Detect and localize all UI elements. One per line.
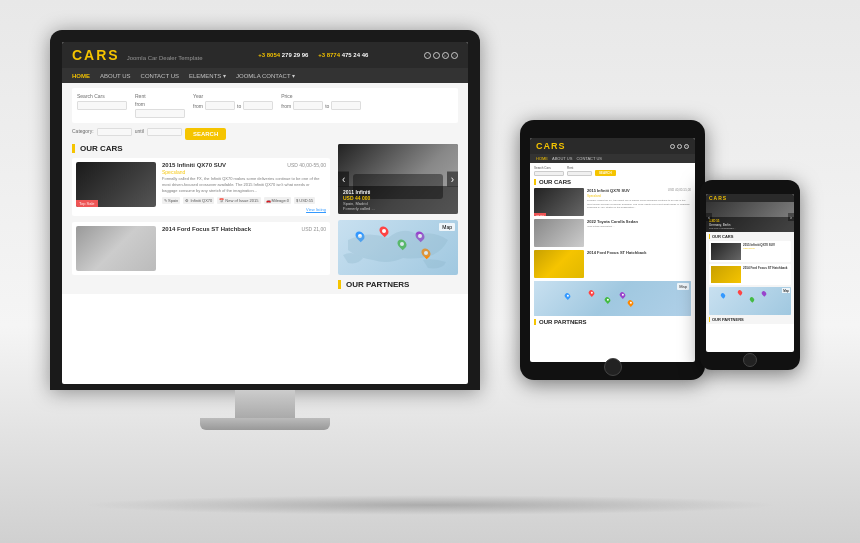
phone-pin-3 (749, 296, 755, 302)
car-details-1: 2015 Infiniti QX70 SUV USD 40,00-55,00 S… (162, 162, 326, 212)
slider-arrow-left[interactable]: ‹ (338, 172, 349, 187)
category-select[interactable] (97, 128, 132, 136)
rss-icon[interactable]: ⊕ (451, 52, 458, 59)
youtube-icon[interactable]: ▶ (442, 52, 449, 59)
map-area: Map (338, 220, 458, 275)
tag-spain: ✎ Spain (162, 197, 180, 204)
price-from-input[interactable] (293, 101, 323, 110)
tablet-home-button[interactable] (604, 358, 622, 376)
monitor-bezel: CARS Joomla Car Dealer Template +3 8054 … (50, 30, 480, 390)
slider-arrow-right[interactable]: › (447, 172, 458, 187)
car-tags-1: ✎ Spain ⚙ Infiniti QX70 📅 New of Issue 2… (162, 197, 326, 212)
nav-elements[interactable]: ELEMENTS ▾ (189, 72, 226, 79)
tablet-our-cars-title: OUR CARS (534, 179, 691, 185)
phone1-prefix: +3 8054 (258, 52, 280, 58)
until-input[interactable] (147, 128, 182, 136)
facebook-icon[interactable]: f (433, 52, 440, 59)
tablet-car-location-1: Specsland (587, 194, 691, 198)
tablet-body: Search Cars Rent SEARCH OUR CARS (530, 163, 695, 328)
tablet-search-btn[interactable]: SEARCH (595, 170, 616, 176)
monitor-base (200, 418, 330, 430)
rent-input[interactable] (135, 109, 185, 118)
tablet-bezel: CARS ✕ f ▶ HOME ABOUT US CONTACT US (520, 120, 705, 380)
tablet-partners-title: OUR PARTNERS (534, 319, 691, 325)
price-from-label: from (281, 103, 291, 109)
year-from-input[interactable] (205, 101, 235, 110)
phone-slider-right[interactable]: › (788, 213, 794, 221)
price-to-input[interactable] (331, 101, 361, 110)
phone-our-cars-title: OUR CARS (709, 234, 791, 239)
phone-header: CARS (706, 194, 794, 202)
tablet-map: Map (534, 281, 691, 316)
car-name-1: 2015 Infiniti QX70 SUV (162, 162, 226, 168)
tablet-social-yt[interactable]: ▶ (684, 144, 689, 149)
tablet-map-bg: Map (534, 281, 691, 316)
phone-pin-4 (761, 291, 767, 297)
price-label: Price (281, 93, 361, 99)
tablet-nav-contact[interactable]: CONTACT US (576, 156, 602, 161)
twitter-icon[interactable]: ✕ (424, 52, 431, 59)
phone-bezel: CARS USD 55 Germany, Berlin The 2014 Vol… (700, 180, 800, 370)
main-content: OUR CARS Top Sale 2015 Infiniti QX70 SUV (72, 144, 458, 289)
search-button[interactable]: SEARCH (185, 128, 226, 140)
tablet-social-fb[interactable]: f (677, 144, 682, 149)
desktop-monitor: CARS Joomla Car Dealer Template +3 8054 … (50, 30, 480, 450)
tablet-car-1: Top Sale USD 40,00-55,00 2015 Infiniti Q… (534, 188, 691, 216)
nav-about[interactable]: ABOUT US (100, 73, 131, 79)
tablet-rent-field: Rent (567, 166, 592, 176)
phone-logo: CARS (709, 195, 727, 201)
price-to-label: to (325, 103, 329, 109)
year-to-input[interactable] (243, 101, 273, 110)
rent-from-label: from (135, 101, 185, 107)
tablet-car-badge-1: Top Sale (534, 213, 546, 216)
phone-slider-left[interactable]: ‹ (706, 213, 712, 221)
search-cars-field: Search Cars (77, 93, 127, 118)
search-bar: Search Cars Rent from Year from (72, 88, 458, 123)
tablet-car-title-3: 2014 Ford Focus ST Hatchback (587, 250, 691, 255)
tablet-map-title: Map (677, 283, 689, 290)
nav-home[interactable]: HOME (72, 73, 90, 79)
phone-screen: CARS USD 55 Germany, Berlin The 2014 Vol… (706, 194, 794, 352)
car-listing-2: 2014 Ford Focus ST Hatchback USD 21,00 (72, 222, 330, 275)
phone-body: OUR CARS 2015 Infiniti QX70 SUV Specslan… (706, 232, 794, 324)
car-desc-1: Formally called the FX, the Infiniti QX7… (162, 176, 326, 194)
tablet-screen: CARS ✕ f ▶ HOME ABOUT US CONTACT US (530, 138, 695, 362)
left-column: OUR CARS Top Sale 2015 Infiniti QX70 SUV (72, 144, 330, 289)
until-label: until (135, 128, 144, 140)
monitor-body: Search Cars Rent from Year from (62, 83, 468, 294)
tablet-nav-about[interactable]: ABOUT US (552, 156, 572, 161)
social-icons: ✕ f ▶ ⊕ (424, 52, 458, 59)
tablet-search-field: Search Cars (534, 166, 564, 176)
slider-overlay: 2011 Infiniti USD 44 000 Spain, Madrid F… (338, 186, 458, 214)
tag-model: ⚙ Infiniti QX70 (183, 197, 214, 204)
phone-car-name-2: 2014 Ford Focus ST Hatchback (743, 266, 788, 270)
car-image-2 (76, 226, 156, 271)
tablet-social-tw[interactable]: ✕ (670, 144, 675, 149)
monitor-neck (235, 390, 295, 418)
tablet-car-info-3: 2014 Ford Focus ST Hatchback (587, 250, 691, 256)
tablet-pin-blue (564, 292, 572, 300)
tablet-nav-home[interactable]: HOME (536, 156, 548, 161)
view-listing-1[interactable]: View listing (306, 207, 326, 212)
phone-home-button[interactable] (743, 353, 757, 367)
tablet-nav: HOME ABOUT US CONTACT US (530, 154, 695, 163)
search-cars-input[interactable] (77, 101, 127, 110)
tablet-car-info-2: 2022 Toyota Corolla Sedan View listing d… (587, 219, 691, 229)
tablet-rent-input[interactable] (567, 171, 592, 176)
tag-mileage: 🚗 Mileage:0 (264, 197, 291, 204)
tablet-pin-green (603, 296, 611, 304)
nav-joomla[interactable]: JOOMLA CONTACT ▾ (236, 72, 295, 79)
our-cars-title: OUR CARS (72, 144, 330, 153)
tablet-search-input[interactable] (534, 171, 564, 176)
scene: CARS Joomla Car Dealer Template +3 8054 … (0, 0, 860, 543)
phone-car-img-1 (711, 243, 741, 260)
partners-title: OUR PARTNERS (338, 280, 458, 289)
nav-contact[interactable]: CONTACT US (141, 73, 179, 79)
car-details-2: 2014 Ford Focus ST Hatchback USD 21,00 (162, 226, 326, 271)
category-label: Category: (72, 128, 94, 140)
monitor-header: CARS Joomla Car Dealer Template +3 8054 … (62, 42, 468, 68)
phone-slider-subtitle: The 2014 Volkswagen... (709, 227, 791, 230)
rent-field: Rent from (135, 93, 185, 118)
year-label: Year (193, 93, 273, 99)
tablet-car-desc-1: Formally called the FX, the Infiniti QX7… (587, 199, 691, 210)
